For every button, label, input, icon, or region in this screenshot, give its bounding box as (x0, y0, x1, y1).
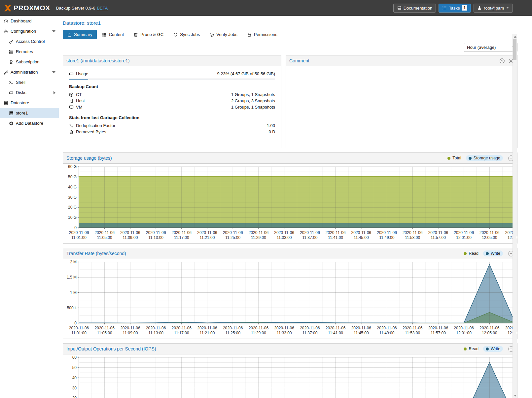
svg-text:11:37:00: 11:37:00 (302, 331, 317, 335)
caret-right-icon[interactable] (53, 91, 55, 94)
subscription-icon (9, 60, 14, 64)
summary-row-host: Host2 Groups, 3 Snapshots (69, 98, 275, 104)
legend-item-read[interactable]: Read (461, 250, 481, 256)
sidebar-item-datastore[interactable]: Datastore (0, 98, 59, 108)
svg-text:11:37:00: 11:37:00 (302, 235, 317, 240)
user-icon (477, 6, 482, 10)
scroll-up-icon[interactable] (514, 36, 516, 38)
svg-text:2020-11-06: 2020-11-06 (223, 230, 243, 235)
svg-text:40: 40 (72, 376, 77, 380)
svg-text:11:25:00: 11:25:00 (225, 235, 240, 240)
svg-text:2020-11-06: 2020-11-06 (249, 326, 269, 330)
datastore-icon (4, 101, 8, 105)
svg-text:11:57:00: 11:57:00 (431, 235, 446, 240)
compress-icon (69, 123, 74, 128)
sidebar-item-subscription[interactable]: Subscription (0, 57, 59, 67)
svg-text:11:17:00: 11:17:00 (174, 331, 189, 335)
tab-sync-jobs[interactable]: Sync Jobs (169, 30, 204, 39)
chevron-down-icon (506, 6, 509, 10)
tab-prune-gc[interactable]: Prune & GC (129, 30, 168, 39)
svg-text:2020-11-06: 2020-11-06 (454, 230, 474, 235)
summary-row-removed-bytes: Removed Bytes0 B (69, 129, 275, 135)
storage-usage-chart: 60 G50 G40 G30 G20 G10 G02020-11-0611:01… (63, 164, 517, 243)
series-color-dot (464, 348, 467, 350)
tab-summary[interactable]: Summary (63, 30, 97, 39)
check-circle-icon (209, 32, 214, 37)
documentation-button[interactable]: Documentation (393, 4, 436, 13)
iops-chart-title: Input/Output Operations per Second (IOPS… (66, 346, 458, 351)
legend-item-write[interactable]: Write (483, 346, 503, 352)
svg-text:0: 0 (74, 321, 77, 325)
svg-text:10 G: 10 G (68, 215, 77, 220)
sync-icon (173, 32, 178, 37)
sidebar-item-access-control[interactable]: Access Control (0, 36, 59, 47)
svg-text:20 G: 20 G (68, 205, 77, 210)
sidebar-item-add-datastore[interactable]: Add Datastore (0, 118, 59, 128)
sidebar-item-label: Dashboard (11, 18, 32, 23)
legend-item-storage-usage[interactable]: Storage usage (466, 155, 503, 161)
storage-usage-legend: TotalStorage usage (445, 155, 503, 161)
book-icon (397, 6, 402, 10)
svg-text:2020-11-06: 2020-11-06 (274, 326, 294, 330)
tasks-button[interactable]: Tasks 1 (439, 4, 471, 13)
usage-label: Usage (76, 71, 89, 76)
svg-text:2020-11-06: 2020-11-06 (326, 326, 346, 330)
remotes-icon (9, 50, 14, 54)
sidebar-item-store1[interactable]: store1 (0, 108, 59, 118)
display-icon (69, 105, 74, 110)
svg-text:11:13:00: 11:13:00 (148, 235, 163, 240)
svg-text:11:41:00: 11:41:00 (328, 235, 343, 240)
tab-bar: SummaryContentPrune & GCSync JobsVerify … (63, 30, 517, 39)
sidebar-item-shell[interactable]: Shell (0, 77, 59, 87)
sidebar-item-label: Access Control (16, 39, 45, 44)
svg-text:1 M: 1 M (70, 290, 77, 295)
timeframe-select[interactable]: Hour (average) (464, 43, 517, 52)
usage-value: 9.23% (4.67 GiB of 50.56 GiB) (217, 71, 275, 76)
sidebar-item-dashboard[interactable]: Dashboard (0, 16, 59, 26)
sidebar-item-disks[interactable]: Disks (0, 87, 59, 98)
svg-text:11:29:00: 11:29:00 (251, 331, 266, 335)
backup-count-rows: CT1 Groups, 1 SnapshotsHost2 Groups, 3 S… (69, 91, 275, 110)
series-color-dot (486, 252, 489, 255)
caret-down-icon[interactable] (52, 30, 55, 32)
legend-item-write[interactable]: Write (483, 250, 503, 256)
svg-text:2020-11-06: 2020-11-06 (454, 326, 474, 330)
key-icon (9, 39, 14, 44)
svg-text:2020-11-06: 2020-11-06 (326, 230, 346, 235)
transfer-rate-chart-title: Transfer Rate (bytes/second) (66, 251, 458, 256)
svg-text:2020-11-06: 2020-11-06 (69, 326, 89, 330)
scrollbar-thumb[interactable] (513, 39, 516, 60)
beta-link[interactable]: BETA (97, 6, 108, 11)
series-color-dot (464, 252, 467, 255)
sidebar-item-remotes[interactable]: Remotes (0, 47, 59, 57)
tab-permissions[interactable]: Permissions (243, 30, 282, 39)
svg-text:2020-11-06: 2020-11-06 (69, 230, 89, 235)
collapse-right-icon[interactable] (499, 58, 505, 64)
hdd-icon (9, 90, 14, 95)
sidebar-item-label: Add Datastore (16, 121, 43, 126)
sidebar-item-configuration[interactable]: Configuration (0, 26, 59, 36)
scroll-down-icon[interactable] (514, 395, 516, 397)
svg-text:2020-11-06: 2020-11-06 (172, 230, 192, 235)
caret-down-icon[interactable] (52, 71, 55, 73)
comment-panel-body[interactable] (286, 66, 517, 148)
user-menu-button[interactable]: root@pam (474, 4, 513, 13)
svg-text:2020-11-06: 2020-11-06 (428, 230, 448, 235)
tab-content[interactable]: Content (98, 30, 128, 39)
svg-text:11:09:00: 11:09:00 (123, 331, 138, 335)
vertical-scrollbar[interactable] (513, 34, 517, 398)
transfer-rate-chart-panel: Transfer Rate (bytes/second) ReadWrite −… (63, 248, 517, 339)
legend-item-total[interactable]: Total (445, 155, 464, 161)
proxmox-logo: PROXMOX (3, 4, 50, 13)
sidebar-item-label: Configuration (11, 29, 36, 34)
sidebar-item-label: Remotes (16, 49, 33, 54)
tab-verify-jobs[interactable]: Verify Jobs (205, 30, 242, 39)
storage-usage-chart-panel: Storage usage (bytes) TotalStorage usage… (63, 152, 517, 244)
sidebar-item-administration[interactable]: Administration (0, 67, 59, 77)
svg-text:11:05:00: 11:05:00 (97, 331, 112, 335)
legend-item-read[interactable]: Read (461, 346, 481, 352)
svg-text:11:01:00: 11:01:00 (71, 331, 87, 335)
svg-text:11:21:00: 11:21:00 (200, 331, 215, 335)
summary-row-ct: CT1 Groups, 1 Snapshots (69, 91, 275, 98)
svg-text:500 k: 500 k (67, 306, 77, 310)
